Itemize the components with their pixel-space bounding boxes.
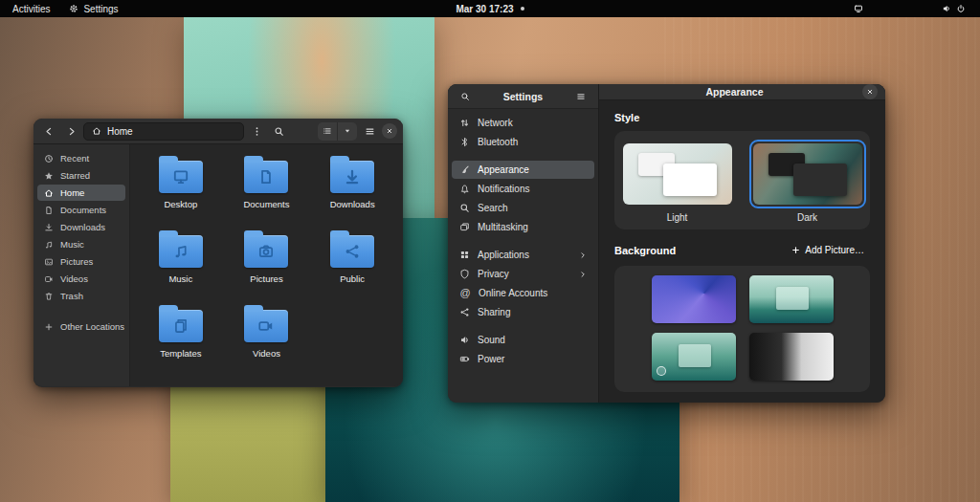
preview-window-front bbox=[793, 164, 847, 196]
wallpaper-thumb-teal-landscape[interactable] bbox=[652, 333, 736, 381]
sidebar-item-pictures[interactable]: Pictures bbox=[37, 253, 125, 270]
photo-icon bbox=[44, 257, 54, 267]
sidebar-item-downloads[interactable]: Downloads bbox=[37, 219, 125, 235]
hamburger-icon bbox=[576, 92, 586, 101]
wallpaper-green-poster bbox=[170, 375, 329, 502]
sidebar-item-documents[interactable]: Documents bbox=[37, 202, 125, 218]
document-icon bbox=[257, 168, 275, 186]
system-menu-button[interactable] bbox=[933, 0, 974, 17]
speaker-icon bbox=[459, 335, 470, 345]
settings-title: Settings bbox=[479, 91, 568, 102]
back-button[interactable] bbox=[39, 121, 58, 141]
settings-item-multitasking[interactable]: Multitasking bbox=[452, 218, 594, 236]
sidebar-item-videos[interactable]: Videos bbox=[37, 271, 125, 287]
settings-item-power[interactable]: Power bbox=[452, 350, 594, 368]
settings-item-notifications[interactable]: Notifications bbox=[452, 180, 594, 198]
activities-button[interactable]: Activities bbox=[4, 0, 58, 17]
style-option-label: Dark bbox=[749, 212, 866, 223]
settings-sidebar-header: Settings bbox=[448, 84, 598, 109]
folder-icon bbox=[159, 310, 203, 342]
apps-grid-icon bbox=[459, 250, 470, 260]
files-sidebar: Recent Starred Home Documents Downloads bbox=[33, 144, 130, 386]
settings-item-applications[interactable]: Applications bbox=[452, 246, 594, 264]
top-bar: Activities Settings Mar 30 17:23 bbox=[0, 0, 980, 17]
star-icon bbox=[44, 171, 54, 181]
folder-music[interactable]: Music bbox=[138, 230, 224, 301]
volume-icon bbox=[942, 4, 951, 13]
files-search-button[interactable] bbox=[269, 121, 288, 141]
settings-search-button[interactable] bbox=[456, 87, 475, 106]
app-menu-button[interactable]: Settings bbox=[60, 0, 126, 17]
chevron-right-icon bbox=[579, 271, 587, 278]
sidebar-item-recent[interactable]: Recent bbox=[37, 150, 125, 166]
settings-close-button[interactable] bbox=[862, 84, 878, 99]
files-window: Home bbox=[33, 119, 403, 387]
music-note-icon bbox=[172, 243, 189, 260]
chevron-right-icon bbox=[66, 126, 77, 137]
folder-icon bbox=[244, 161, 288, 193]
list-view-button[interactable] bbox=[318, 122, 337, 141]
style-card: Light Dark bbox=[614, 131, 870, 229]
settings-content-header: Appearance bbox=[599, 84, 885, 100]
folder-icon bbox=[330, 235, 374, 268]
battery-icon bbox=[459, 354, 470, 364]
network-icon bbox=[459, 118, 470, 128]
files-menu-button[interactable] bbox=[360, 121, 379, 141]
video-icon bbox=[44, 274, 54, 284]
shield-icon bbox=[459, 269, 470, 279]
folder-icon bbox=[159, 235, 203, 268]
settings-item-network[interactable]: Network bbox=[452, 114, 594, 132]
power-icon bbox=[956, 4, 966, 13]
settings-item-search[interactable]: Search bbox=[452, 199, 594, 217]
clock-button[interactable]: Mar 30 17:23 bbox=[447, 0, 532, 17]
files-close-button[interactable] bbox=[382, 123, 397, 139]
path-bar[interactable]: Home bbox=[83, 122, 244, 141]
settings-menu-button[interactable] bbox=[571, 87, 590, 106]
folder-pictures[interactable]: Pictures bbox=[224, 230, 310, 301]
monitor-icon bbox=[172, 168, 189, 186]
settings-item-privacy[interactable]: Privacy bbox=[452, 265, 594, 283]
style-option-light[interactable]: Light bbox=[619, 140, 736, 223]
settings-item-bluetooth[interactable]: Bluetooth bbox=[452, 133, 594, 151]
forward-button[interactable] bbox=[61, 121, 80, 141]
folder-videos[interactable]: Videos bbox=[224, 305, 310, 376]
settings-item-online-accounts[interactable]: @ Online Accounts bbox=[452, 284, 594, 302]
wallpaper-thumb-black-white-photo[interactable] bbox=[749, 333, 834, 381]
camera-icon bbox=[257, 243, 275, 260]
screen-share-icon bbox=[854, 4, 863, 13]
add-picture-button[interactable]: Add Picture… bbox=[786, 242, 870, 258]
background-section-label: Background bbox=[614, 245, 676, 256]
sidebar-item-trash[interactable]: Trash bbox=[37, 288, 125, 304]
sidebar-item-home[interactable]: Home bbox=[37, 185, 125, 201]
folder-public[interactable]: Public bbox=[309, 230, 395, 301]
bluetooth-icon bbox=[459, 137, 470, 147]
share-icon bbox=[344, 243, 361, 260]
folder-templates[interactable]: Templates bbox=[138, 305, 224, 376]
music-note-icon bbox=[44, 240, 54, 250]
folder-documents[interactable]: Documents bbox=[224, 156, 310, 227]
view-options-button[interactable] bbox=[337, 122, 357, 141]
settings-item-appearance[interactable]: Appearance bbox=[452, 161, 594, 179]
wallpaper-thumb-purple-geometric[interactable] bbox=[652, 275, 736, 323]
path-menu-button[interactable] bbox=[247, 121, 266, 141]
preview-window-front bbox=[663, 164, 717, 196]
screen-share-indicator[interactable] bbox=[845, 0, 872, 17]
wallpaper-thumb-teal-landscape-light[interactable] bbox=[749, 275, 834, 323]
activities-label: Activities bbox=[12, 4, 50, 14]
search-icon bbox=[460, 92, 470, 101]
settings-sidebar: Settings Network Bluetooth Appearance bbox=[448, 84, 599, 403]
style-option-dark[interactable]: Dark bbox=[749, 140, 866, 223]
settings-item-sound[interactable]: Sound bbox=[452, 331, 594, 349]
clock-icon bbox=[44, 154, 54, 164]
appearance-icon bbox=[459, 164, 470, 175]
folder-desktop[interactable]: Desktop bbox=[138, 156, 224, 227]
settings-item-sharing[interactable]: Sharing bbox=[452, 303, 594, 321]
sidebar-item-other-locations[interactable]: Other Locations bbox=[37, 318, 125, 335]
templates-icon bbox=[172, 317, 189, 335]
search-icon bbox=[459, 203, 470, 213]
folder-downloads[interactable]: Downloads bbox=[309, 156, 395, 227]
sidebar-item-music[interactable]: Music bbox=[37, 236, 125, 252]
sidebar-item-starred[interactable]: Starred bbox=[37, 167, 125, 184]
folder-icon bbox=[244, 235, 288, 268]
video-camera-icon bbox=[257, 317, 275, 335]
